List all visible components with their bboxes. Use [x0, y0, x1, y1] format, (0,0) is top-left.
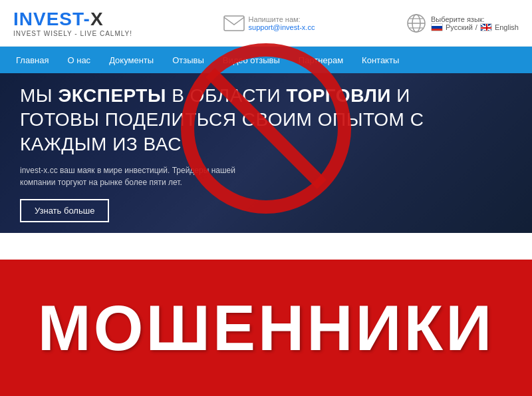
contact-label: Напишите нам:: [249, 15, 315, 23]
scam-label: МОШЕННИКИ: [38, 292, 494, 365]
logo-title: INVEST-X: [13, 9, 132, 30]
logo-invest: INVEST-: [13, 9, 90, 29]
hero-title: МЫ ЭКСПЕРТЫ В ОБЛАСТИ ТОРГОВЛИ И ГОТОВЫ …: [20, 84, 512, 156]
envelope-icon: [223, 15, 245, 31]
globe-icon: [406, 13, 427, 34]
nav-partners[interactable]: Партнерам: [289, 55, 352, 65]
svg-rect-12: [481, 27, 492, 29]
lang-ru[interactable]: Русский: [446, 23, 473, 31]
lang-sep: /: [475, 23, 477, 31]
nav-contacts[interactable]: Контакты: [352, 55, 408, 65]
language-selector[interactable]: Выберите язык: Русский / English: [406, 13, 519, 34]
bottom-warning-section: МОШЕННИКИ: [0, 260, 532, 396]
lang-label: Выберите язык:: [431, 15, 519, 23]
flag-en: [480, 23, 492, 31]
logo-area: INVEST-X INVEST WISELY - LIVE CALMLY!: [13, 9, 132, 37]
site-nav: Главная О нас Документы Отзывы Видео отз…: [0, 47, 532, 73]
nav-reviews[interactable]: Отзывы: [163, 55, 213, 65]
nav-home[interactable]: Главная: [7, 55, 58, 65]
website-screenshot: INVEST-X INVEST WISELY - LIVE CALMLY! На…: [0, 0, 532, 260]
site-header: INVEST-X INVEST WISELY - LIVE CALMLY! На…: [0, 0, 532, 47]
flag-ru: [431, 23, 443, 31]
hero-section: МЫ ЭКСПЕРТЫ В ОБЛАСТИ ТОРГОВЛИ И ГОТОВЫ …: [0, 73, 532, 233]
logo-x: X: [90, 9, 104, 29]
lang-options: Русский / English: [431, 23, 519, 31]
lang-en[interactable]: English: [495, 23, 519, 31]
logo-subtitle: INVEST WISELY - LIVE CALMLY!: [13, 30, 132, 37]
hero-content: МЫ ЭКСПЕРТЫ В ОБЛАСТИ ТОРГОВЛИ И ГОТОВЫ …: [20, 84, 512, 222]
nav-video-reviews[interactable]: Видео отзывы: [213, 55, 289, 65]
nav-about[interactable]: О нас: [58, 55, 100, 65]
contact-info: Напишите нам: support@invest-x.cc: [249, 15, 315, 31]
svg-rect-0: [224, 16, 244, 31]
header-contact: Напишите нам: support@invest-x.cc: [223, 15, 315, 31]
nav-docs[interactable]: Документы: [100, 55, 163, 65]
lang-text: Выберите язык: Русский / English: [431, 15, 519, 31]
hero-description: invest-x.cc ваш маяк в мире инвестиций. …: [20, 164, 273, 188]
contact-email: support@invest-x.cc: [249, 23, 315, 31]
learn-more-button[interactable]: Узнать больше: [20, 199, 109, 222]
